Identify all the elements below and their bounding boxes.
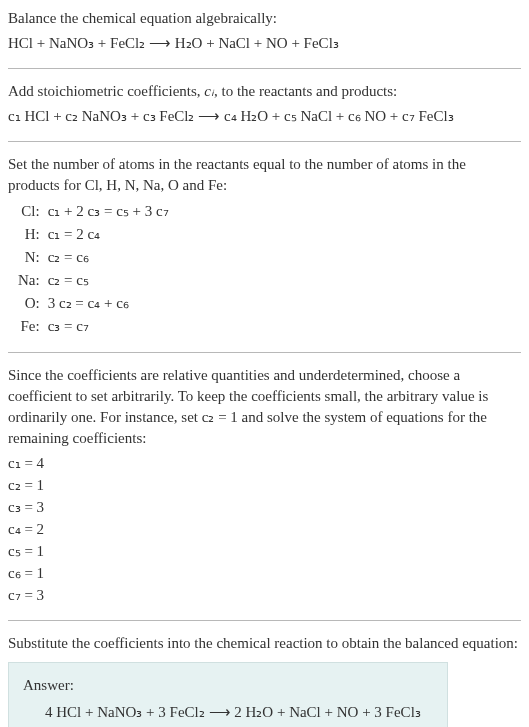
element-label: Na: (14, 269, 44, 292)
element-eq: c₂ = c₆ (44, 246, 173, 269)
divider (8, 141, 521, 142)
coeff-intro-a: Add stoichiometric coefficients, (8, 83, 204, 99)
coeff-value: c₇ = 3 (8, 585, 521, 606)
element-eq: c₃ = c₇ (44, 315, 173, 338)
coeff-intro: Add stoichiometric coefficients, cᵢ, to … (8, 81, 521, 102)
section-coefficients: Add stoichiometric coefficients, cᵢ, to … (8, 81, 521, 127)
section-intro: Balance the chemical equation algebraica… (8, 8, 521, 54)
balanced-equation: 4 HCl + NaNO₃ + 3 FeCl₂ ⟶ 2 H₂O + NaCl +… (45, 702, 433, 723)
element-eq: c₂ = c₅ (44, 269, 173, 292)
atoms-table: Cl: c₁ + 2 c₃ = c₅ + 3 c₇ H: c₁ = 2 c₄ N… (14, 200, 173, 338)
coefficients-list: c₁ = 4 c₂ = 1 c₃ = 3 c₄ = 2 c₅ = 1 c₆ = … (8, 453, 521, 606)
divider (8, 352, 521, 353)
table-row: N: c₂ = c₆ (14, 246, 173, 269)
table-row: Cl: c₁ + 2 c₃ = c₅ + 3 c₇ (14, 200, 173, 223)
section-answer: Substitute the coefficients into the che… (8, 633, 521, 727)
coeff-value: c₁ = 4 (8, 453, 521, 474)
element-label: N: (14, 246, 44, 269)
unbalanced-equation: HCl + NaNO₃ + FeCl₂ ⟶ H₂O + NaCl + NO + … (8, 33, 521, 54)
intro-text: Balance the chemical equation algebraica… (8, 8, 521, 29)
ci-symbol: cᵢ (204, 83, 214, 99)
coeff-value: c₅ = 1 (8, 541, 521, 562)
coeff-equation: c₁ HCl + c₂ NaNO₃ + c₃ FeCl₂ ⟶ c₄ H₂O + … (8, 106, 521, 127)
table-row: Na: c₂ = c₅ (14, 269, 173, 292)
solve-intro: Since the coefficients are relative quan… (8, 365, 521, 449)
element-eq: c₁ + 2 c₃ = c₅ + 3 c₇ (44, 200, 173, 223)
element-eq: 3 c₂ = c₄ + c₆ (44, 292, 173, 315)
element-label: Cl: (14, 200, 44, 223)
element-label: O: (14, 292, 44, 315)
coeff-value: c₃ = 3 (8, 497, 521, 518)
coeff-value: c₄ = 2 (8, 519, 521, 540)
element-eq: c₁ = 2 c₄ (44, 223, 173, 246)
divider (8, 620, 521, 621)
coeff-value: c₆ = 1 (8, 563, 521, 584)
divider (8, 68, 521, 69)
table-row: H: c₁ = 2 c₄ (14, 223, 173, 246)
answer-label: Answer: (23, 675, 433, 696)
table-row: Fe: c₃ = c₇ (14, 315, 173, 338)
element-label: H: (14, 223, 44, 246)
section-solve: Since the coefficients are relative quan… (8, 365, 521, 606)
coeff-value: c₂ = 1 (8, 475, 521, 496)
element-label: Fe: (14, 315, 44, 338)
atoms-intro: Set the number of atoms in the reactants… (8, 154, 521, 196)
substitute-intro: Substitute the coefficients into the che… (8, 633, 521, 654)
c2-set: c₂ = 1 (202, 409, 238, 425)
coeff-intro-b: , to the reactants and products: (214, 83, 397, 99)
section-atoms: Set the number of atoms in the reactants… (8, 154, 521, 338)
table-row: O: 3 c₂ = c₄ + c₆ (14, 292, 173, 315)
answer-box: Answer: 4 HCl + NaNO₃ + 3 FeCl₂ ⟶ 2 H₂O … (8, 662, 448, 727)
